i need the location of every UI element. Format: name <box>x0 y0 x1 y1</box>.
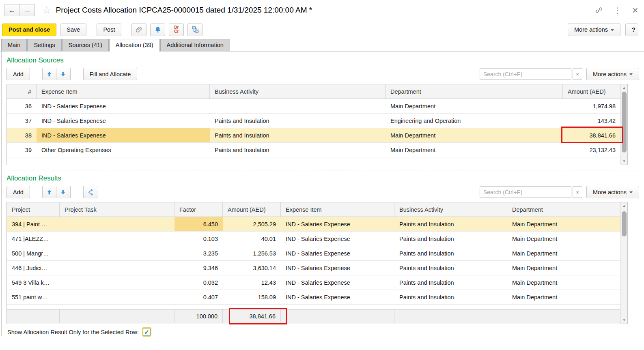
cell-expense-item[interactable]: IND - Salaries Expenese <box>281 217 394 231</box>
sources-vertical-scrollbar[interactable]: ▲ ▼ <box>620 84 627 165</box>
cell-project[interactable]: 471 |ALEZZ… <box>7 232 60 246</box>
sources-search-clear-icon[interactable]: × <box>573 68 582 80</box>
sources-more-actions-button[interactable]: More actions <box>586 68 639 80</box>
cell-factor[interactable]: 9.346 <box>174 261 223 275</box>
cell-business-activity[interactable]: Paints and Insulation <box>394 275 507 290</box>
cell-amount[interactable]: 1,974.98 <box>563 99 620 113</box>
cell-num[interactable]: 36 <box>7 99 37 113</box>
table-row[interactable]: 500 | Mangr… 3.235 1,256.53 IND - Salari… <box>7 246 620 261</box>
related-documents-button[interactable] <box>187 24 202 36</box>
tab-sources[interactable]: Sources (41) <box>62 39 109 51</box>
cell-expense-item[interactable]: IND - Salaries Expenese <box>37 99 210 113</box>
cell-expense-item[interactable]: IND - Salaries Expenese <box>281 275 394 290</box>
results-add-button[interactable]: Add <box>6 186 30 198</box>
show-selected-row-checkbox[interactable]: ✓ <box>143 328 151 336</box>
cell-project[interactable]: 446 | Judici… <box>7 261 60 275</box>
cell-factor[interactable]: 6.450 <box>174 217 223 231</box>
cell-project[interactable]: 549 3 Villa k… <box>7 275 60 290</box>
table-row[interactable]: 549 3 Villa k… 0.032 12.43 IND - Salarie… <box>7 275 620 290</box>
sources-add-button[interactable]: Add <box>6 68 30 80</box>
table-row[interactable]: 36 IND - Salaries Expenese Main Departme… <box>7 99 620 114</box>
cell-expense-item[interactable]: Other Operating Expenses <box>37 143 210 157</box>
table-row[interactable]: 551 paint w… 0.407 158.09 IND - Salaries… <box>7 290 620 305</box>
tab-allocation[interactable]: Allocation (39) <box>109 39 160 52</box>
cell-expense-item[interactable]: IND - Salaries Expenese <box>281 290 394 304</box>
tab-settings[interactable]: Settings <box>27 39 61 51</box>
cell-department[interactable]: Main Department <box>507 275 620 290</box>
cell-business-activity[interactable]: Paints and Insulation <box>210 143 386 157</box>
help-button[interactable]: ? <box>625 24 638 36</box>
link-icon[interactable] <box>594 6 603 15</box>
cell-num[interactable]: 37 <box>7 114 37 128</box>
cell-department[interactable]: Main Department <box>507 246 620 260</box>
cell-amount[interactable]: 1,256.53 <box>223 246 281 260</box>
cell-num[interactable]: 38 <box>7 128 37 142</box>
cell-department[interactable]: Main Department <box>386 99 563 113</box>
cell-project-task[interactable] <box>60 261 174 275</box>
column-header-amount[interactable]: Amount (AED) <box>563 84 620 99</box>
posting-entries-button[interactable]: DrCr <box>169 24 184 36</box>
cell-amount[interactable]: 23,132.43 <box>563 143 620 157</box>
cell-department[interactable]: Main Department <box>507 217 620 231</box>
cell-amount[interactable]: 12.43 <box>223 275 281 290</box>
column-header-department[interactable]: Department <box>386 84 563 99</box>
sources-move-up-button[interactable] <box>42 68 56 80</box>
cell-department[interactable]: Main Department <box>507 261 620 275</box>
results-search-input[interactable] <box>480 186 571 198</box>
cell-department[interactable]: Main Department <box>507 232 620 246</box>
sources-search-input[interactable] <box>480 68 571 80</box>
scroll-down-icon[interactable]: ▼ <box>621 318 627 322</box>
scrollbar-thumb[interactable] <box>622 92 627 152</box>
cell-amount[interactable]: 143.42 <box>563 114 620 128</box>
cell-business-activity[interactable]: Paints and Insulation <box>394 261 507 275</box>
cell-project[interactable]: 551 paint w… <box>7 290 60 304</box>
cell-department[interactable]: Engineering and Operation <box>386 114 563 128</box>
cell-factor[interactable]: 0.032 <box>174 275 223 290</box>
cell-amount[interactable]: 3,630.14 <box>223 261 281 275</box>
scroll-up-icon[interactable]: ▲ <box>621 86 627 90</box>
cell-project-task[interactable] <box>60 275 174 290</box>
cell-amount[interactable]: 40.01 <box>223 232 281 246</box>
cell-expense-item[interactable]: IND - Salaries Expenese <box>281 232 394 246</box>
scrollbar-thumb[interactable] <box>622 211 627 236</box>
cell-factor[interactable]: 3.235 <box>174 246 223 260</box>
cell-amount[interactable]: 158.09 <box>223 290 281 304</box>
cell-factor[interactable]: 0.407 <box>174 290 223 304</box>
cell-factor[interactable]: 0.103 <box>174 232 223 246</box>
column-header-department[interactable]: Department <box>507 202 620 217</box>
column-header-project[interactable]: Project <box>7 202 60 217</box>
cell-department[interactable]: Main Department <box>386 143 563 157</box>
save-button[interactable]: Save <box>60 24 86 36</box>
cell-business-activity[interactable]: Paints and Insulation <box>210 128 386 142</box>
cell-business-activity[interactable]: Paints and Insulation <box>394 246 507 260</box>
column-header-expense-item[interactable]: Expense Item <box>281 202 394 217</box>
scroll-up-icon[interactable]: ▲ <box>621 204 627 208</box>
cell-department[interactable]: Main Department <box>386 128 563 142</box>
results-move-down-button[interactable] <box>56 186 71 198</box>
attachments-button[interactable] <box>131 24 146 36</box>
cell-project[interactable]: 394 | Paint … <box>7 217 60 231</box>
cell-project-task[interactable] <box>60 217 174 231</box>
cell-business-activity[interactable]: Paints and Insulation <box>394 217 507 231</box>
close-icon[interactable]: × <box>632 6 638 14</box>
column-header-amount[interactable]: Amount (AED) <box>223 202 281 217</box>
cell-business-activity[interactable]: Paints and Insulation <box>210 114 386 128</box>
more-actions-button[interactable]: More actions <box>568 24 620 36</box>
column-header-num[interactable]: # <box>7 84 37 99</box>
scroll-down-icon[interactable]: ▼ <box>621 159 627 163</box>
fill-and-allocate-button[interactable]: Fill and Allocate <box>83 68 138 80</box>
column-header-project-task[interactable]: Project Task <box>60 202 174 217</box>
sources-move-down-button[interactable] <box>56 68 71 80</box>
cell-project[interactable]: 500 | Mangr… <box>7 246 60 260</box>
cell-project-task[interactable] <box>60 232 174 246</box>
table-row[interactable]: 39 Other Operating Expenses Paints and I… <box>7 143 620 157</box>
column-header-business-activity[interactable]: Business Activity <box>210 84 386 99</box>
cell-expense-item[interactable]: IND - Salaries Expenese <box>281 261 394 275</box>
cell-business-activity[interactable]: Paints and Insulation <box>394 290 507 304</box>
table-row[interactable]: 446 | Judici… 9.346 3,630.14 IND - Salar… <box>7 261 620 275</box>
table-row-selected[interactable]: 394 | Paint … 6.450 2,505.29 IND - Salar… <box>7 217 620 232</box>
kebab-menu-icon[interactable]: ⋮ <box>614 6 622 15</box>
column-header-expense-item[interactable]: Expense Item <box>37 84 210 99</box>
cell-expense-item[interactable]: IND - Salaries Expenese <box>37 114 210 128</box>
reminders-button[interactable] <box>150 24 165 36</box>
